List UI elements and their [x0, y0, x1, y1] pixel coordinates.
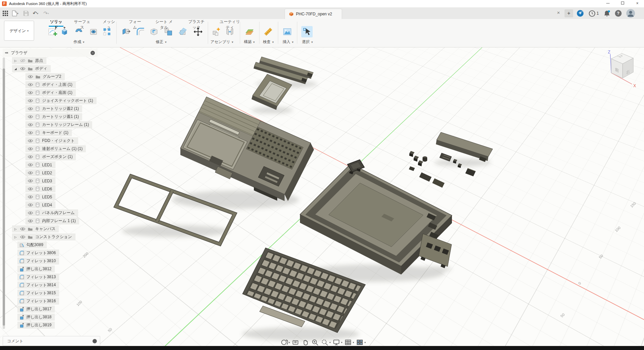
- browser-item-7[interactable]: カートリッジ蓋1 (1): [25, 113, 82, 120]
- visibility-eye-icon[interactable]: [28, 99, 33, 103]
- browser-item-21[interactable]: ▷キャンバス: [12, 225, 59, 232]
- ribbon-tab-0[interactable]: ソリッド: [49, 19, 63, 27]
- ribbon-tab-5[interactable]: プラスチック: [187, 19, 206, 26]
- chevron-down-icon[interactable]: ▾: [329, 341, 331, 344]
- browser-item-4[interactable]: ボディ・底面 (1): [25, 89, 76, 96]
- browser-item-14[interactable]: LED2: [25, 169, 55, 176]
- hide-all-button[interactable]: −: [91, 51, 95, 55]
- orbit-button[interactable]: ▾: [280, 338, 290, 346]
- maximize-button[interactable]: [616, 0, 629, 7]
- grid-settings-button[interactable]: ▾: [344, 338, 354, 346]
- browser-item-17[interactable]: LED5: [25, 193, 55, 200]
- fit-button[interactable]: ▾: [321, 338, 331, 346]
- ribbon-tab-3[interactable]: フォーム: [128, 19, 142, 26]
- visibility-eye-icon[interactable]: [28, 91, 33, 95]
- workspace-switcher[interactable]: デザイン ▾: [4, 21, 34, 41]
- extensions-icon[interactable]: [577, 10, 584, 17]
- group-label-0[interactable]: 作成 ▼: [66, 39, 93, 44]
- app-grid-button[interactable]: [3, 10, 8, 17]
- visibility-eye-icon[interactable]: [28, 155, 33, 159]
- ribbon-tab-6[interactable]: ユーティリティ: [219, 19, 240, 26]
- chevron-down-icon[interactable]: ▾: [289, 341, 290, 344]
- new-component-icon[interactable]: [211, 26, 222, 37]
- insert-canvas-icon[interactable]: [282, 26, 293, 37]
- browser-item-26[interactable]: 押し出し3812: [17, 266, 55, 273]
- split-body-icon[interactable]: [177, 26, 188, 37]
- chevron-down-icon[interactable]: ▾: [353, 341, 354, 344]
- comment-panel[interactable]: コメント +: [3, 336, 100, 346]
- expand-arrow-icon[interactable]: ▷: [14, 227, 18, 231]
- tab-close-icon[interactable]: ×: [555, 10, 562, 15]
- visibility-eye-icon[interactable]: [28, 139, 33, 143]
- visibility-eye-icon[interactable]: [28, 203, 33, 207]
- job-status-button[interactable]: 1: [589, 10, 599, 17]
- pattern-icon[interactable]: [101, 26, 113, 37]
- browser-item-23[interactable]: 勾配3089: [17, 241, 47, 248]
- visibility-eye-icon[interactable]: [28, 195, 33, 199]
- group-label-1[interactable]: 修正 ▼: [148, 39, 175, 44]
- add-comment-icon[interactable]: +: [93, 339, 97, 343]
- collapse-arrow-icon[interactable]: ◢: [14, 67, 18, 70]
- browser-item-1[interactable]: ◢ボディ: [12, 65, 51, 72]
- browser-item-20[interactable]: 内部フレーム 1 (1): [25, 217, 79, 224]
- display-settings-button[interactable]: ▾: [332, 338, 342, 346]
- browser-item-15[interactable]: LED3: [25, 177, 55, 184]
- fillet-icon[interactable]: [135, 26, 146, 37]
- construct-plane-icon[interactable]: [244, 26, 255, 37]
- browser-item-24[interactable]: フィレット3806: [17, 249, 59, 256]
- visibility-eye-icon[interactable]: [28, 115, 33, 119]
- visibility-eye-icon[interactable]: [20, 67, 25, 70]
- browser-item-32[interactable]: 押し出し3818: [17, 314, 55, 321]
- visibility-eye-off-icon[interactable]: [20, 59, 25, 62]
- press-pull-icon[interactable]: [120, 26, 132, 37]
- look-at-button[interactable]: [292, 338, 300, 346]
- browser-item-16[interactable]: LED6: [25, 185, 55, 192]
- browser-item-25[interactable]: フィレット3810: [17, 257, 59, 265]
- visibility-eye-icon[interactable]: [28, 107, 33, 111]
- visibility-eye-icon[interactable]: [28, 179, 33, 183]
- zoom-button[interactable]: [311, 338, 319, 346]
- close-button[interactable]: ×: [631, 0, 644, 7]
- visibility-eye-icon[interactable]: [28, 75, 33, 78]
- move-icon[interactable]: [192, 26, 204, 37]
- browser-item-27[interactable]: フィレット3813: [17, 274, 59, 281]
- select-icon[interactable]: [301, 26, 313, 37]
- collapse-panel-icon[interactable]: ◀◀: [5, 51, 8, 54]
- ribbon-tab-4[interactable]: シート メタル: [154, 19, 174, 26]
- browser-item-19[interactable]: パネル内フレーム: [25, 209, 78, 216]
- redo-button[interactable]: ↷▾: [43, 10, 49, 17]
- browser-item-5[interactable]: ジョイスティックポート (1): [25, 97, 97, 104]
- browser-item-31[interactable]: 押し出し3817: [17, 306, 55, 313]
- document-tab[interactable]: PHC-70FD_open v2: [285, 9, 342, 19]
- visibility-eye-icon[interactable]: [28, 187, 33, 191]
- expand-arrow-icon[interactable]: ▷: [14, 59, 18, 62]
- expand-arrow-icon[interactable]: ▷: [14, 235, 18, 239]
- combine-icon[interactable]: [163, 26, 174, 37]
- shell-icon[interactable]: [148, 26, 160, 37]
- visibility-eye-icon[interactable]: [28, 171, 33, 175]
- browser-item-6[interactable]: カートリッジ蓋2 (1): [25, 105, 82, 112]
- visibility-eye-icon[interactable]: [28, 219, 33, 223]
- browser-item-3[interactable]: ボディ・上面 (1): [25, 81, 76, 88]
- browser-item-8[interactable]: カートリッジフレーム (1): [25, 121, 92, 128]
- browser-scrollbar[interactable]: [3, 57, 5, 329]
- visibility-eye-icon[interactable]: [28, 147, 33, 151]
- browser-item-9[interactable]: キーボード (1): [25, 129, 72, 136]
- visibility-eye-icon[interactable]: [28, 131, 33, 135]
- visibility-eye-icon[interactable]: [20, 227, 25, 231]
- sketch-create-icon[interactable]: [47, 26, 58, 37]
- hole-icon[interactable]: [88, 26, 99, 37]
- notifications-bell-icon[interactable]: [604, 10, 610, 17]
- measure-icon[interactable]: [263, 26, 274, 37]
- ribbon-tab-2[interactable]: メッシュ: [102, 19, 116, 26]
- viewports-button[interactable]: ▾: [356, 338, 366, 346]
- group-label-2[interactable]: アセンブリ ▼: [209, 39, 235, 44]
- file-menu-button[interactable]: ▾: [12, 10, 18, 17]
- browser-item-28[interactable]: フィレット3814: [17, 282, 59, 289]
- visibility-eye-icon[interactable]: [28, 211, 33, 215]
- ribbon-tab-1[interactable]: サーフェス: [73, 19, 91, 26]
- new-tab-button[interactable]: +: [565, 9, 573, 17]
- pan-button[interactable]: [301, 338, 309, 346]
- browser-item-18[interactable]: LED4: [25, 201, 55, 208]
- user-avatar[interactable]: [626, 9, 635, 18]
